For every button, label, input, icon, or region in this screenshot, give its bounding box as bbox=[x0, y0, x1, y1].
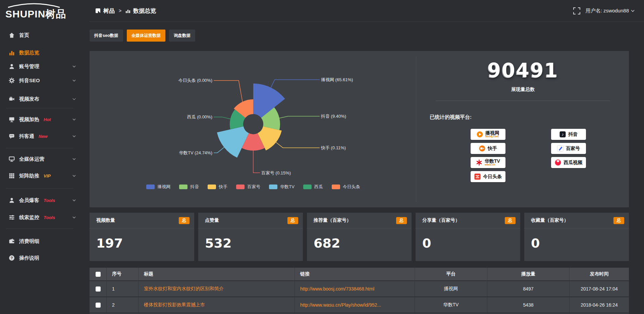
sidebar-item-omnimedia[interactable]: 全媒体运营 bbox=[0, 153, 85, 165]
pie-label: 百家号 (0.15%) bbox=[261, 170, 291, 175]
stat-card-value: 0 bbox=[416, 228, 520, 251]
chevron-down-icon bbox=[72, 158, 76, 160]
legend-label: 今日头条 bbox=[343, 184, 360, 190]
legend-item-抖音[interactable]: 抖音 bbox=[179, 184, 199, 190]
chevron-down-icon bbox=[72, 98, 76, 100]
new-badge: New bbox=[39, 134, 48, 139]
sidebar-item-label: 视频发布 bbox=[19, 96, 39, 102]
platform-badge-今日头条: 今日头条 bbox=[471, 171, 505, 182]
total-badge: 总 bbox=[505, 217, 516, 224]
platform-badge-抖音: ♪抖音 bbox=[551, 129, 586, 140]
sidebar-item-douyin-seo[interactable]: 抖音SEO bbox=[0, 74, 85, 87]
breadcrumb-root[interactable]: 树品 bbox=[103, 7, 115, 15]
chevron-down-icon bbox=[72, 80, 76, 82]
app-logo: SHUPIN树品 bbox=[5, 3, 89, 20]
sidebar-item-instructions[interactable]: ? 操作说明 bbox=[0, 252, 85, 264]
sidebar-item-matrix-boost[interactable]: 矩阵助推 VIP bbox=[0, 170, 85, 182]
username-label: 用户名: zswodun88 bbox=[586, 8, 629, 14]
video-title-link[interactable]: 楼体投影灯投影效果震撼上市 bbox=[144, 302, 205, 308]
table-cell-time: 2017-08-24 17:04 bbox=[570, 281, 629, 297]
platform-name: 今日头条 bbox=[483, 174, 502, 179]
sidebar-item-label: 数据总览 bbox=[19, 50, 39, 56]
logo-text-cn: 树品 bbox=[45, 8, 66, 19]
bar-chart-icon bbox=[125, 8, 130, 13]
sidebar-item-member-baoke[interactable]: 会员爆客 Tools bbox=[0, 194, 85, 206]
chevron-down-icon bbox=[72, 199, 76, 202]
stat-card-shares: 分享量（百家号）总 0 bbox=[416, 213, 520, 261]
chevron-down-icon bbox=[72, 216, 76, 219]
summary-divider bbox=[436, 101, 610, 101]
pie-label: 今日头条 (0.00%) bbox=[178, 78, 212, 83]
pie-label-line bbox=[276, 142, 320, 148]
row-checkbox[interactable] bbox=[96, 303, 101, 308]
video-url-link[interactable]: http://www.boosj.com/7338468.html bbox=[300, 286, 374, 292]
video-title-link[interactable]: 室外水纹灯和室内水纹灯的区别和简介 bbox=[144, 286, 224, 292]
platform-logo-icon bbox=[476, 159, 482, 166]
sidebar-item-label: 全媒体运营 bbox=[19, 156, 44, 162]
logo-text-en: SHUPIN bbox=[5, 8, 45, 19]
pie-label: 快手 (0.11%) bbox=[321, 145, 346, 150]
fullscreen-icon[interactable] bbox=[573, 7, 580, 14]
legend-item-西瓜[interactable]: 西瓜 bbox=[303, 184, 323, 190]
legend-label: 快手 bbox=[219, 184, 227, 190]
legend-item-华数TV[interactable]: 华数TV bbox=[269, 184, 294, 190]
username-menu[interactable]: 用户名: zswodun88 bbox=[586, 8, 635, 14]
table-cell-time: 2018-04-26 16:24 bbox=[570, 297, 629, 313]
legend-item-今日头条[interactable]: 今日头条 bbox=[332, 184, 360, 190]
sidebar-divider bbox=[6, 188, 73, 189]
table-cell-link: http://www.wasu.cn/Play/show/id/952... bbox=[295, 297, 415, 313]
sidebar-item-lead-monitor[interactable]: 线索监控 Tools bbox=[0, 211, 85, 223]
table-cell-link: http://www.boosj.com/7338468.html bbox=[295, 281, 415, 297]
table-cell-title: 楼体投影灯投影效果震撼上市 bbox=[139, 297, 295, 313]
chevron-down-icon bbox=[72, 65, 76, 68]
legend-item-百家号[interactable]: 百家号 bbox=[236, 184, 260, 190]
sidebar-item-spending-details[interactable]: 消费明细 bbox=[0, 235, 85, 247]
chevron-down-icon bbox=[72, 135, 76, 138]
video-url-link[interactable]: http://www.wasu.cn/Play/show/id/952... bbox=[300, 302, 381, 308]
stat-card-value: 0 bbox=[524, 228, 629, 251]
stat-card-video-count: 视频数量总 197 bbox=[90, 213, 194, 261]
legend-label: 华数TV bbox=[280, 184, 294, 190]
table-row[interactable]: 1室外水纹灯和室内水纹灯的区别和简介http://www.boosj.com/7… bbox=[90, 281, 629, 297]
stat-card-label: 分享量（百家号） bbox=[422, 217, 460, 223]
platform-sub: boosj.com bbox=[485, 135, 499, 138]
platform-badge-百家号: 百家号 bbox=[551, 143, 586, 154]
chevron-down-icon bbox=[72, 118, 76, 121]
legend-chip bbox=[146, 185, 155, 189]
pie-label-line bbox=[214, 117, 230, 119]
legend-label: 抖音 bbox=[190, 184, 199, 190]
pie-slice-华数TV[interactable] bbox=[217, 126, 249, 158]
sidebar-item-home[interactable]: 首页 bbox=[0, 29, 85, 41]
tab-douyin-seo-data[interactable]: 抖音seo数据 bbox=[90, 30, 123, 42]
row-checkbox[interactable] bbox=[96, 272, 101, 277]
platform-badge-西瓜视频: 西瓜视频 bbox=[551, 157, 586, 168]
legend-chip bbox=[303, 185, 312, 189]
platform-logo-icon bbox=[479, 145, 485, 152]
sidebar: 首页 数据总览 账号管理 抖音SEO 视频发布 视频加热 Hot bbox=[0, 21, 85, 314]
platform-name: 播视网 bbox=[485, 130, 499, 136]
sidebar-item-doukertong[interactable]: 抖客通 New bbox=[0, 130, 85, 142]
tab-inquiry-data[interactable]: 询盘数据 bbox=[169, 30, 195, 42]
sidebar-item-video-heating[interactable]: 视频加热 Hot bbox=[0, 113, 85, 125]
total-badge: 总 bbox=[287, 217, 298, 224]
sidebar-item-account[interactable]: 账号管理 bbox=[0, 60, 85, 72]
table-row[interactable]: 2楼体投影灯投影效果震撼上市http://www.wasu.cn/Play/sh… bbox=[90, 297, 629, 313]
svg-text:♪: ♪ bbox=[561, 132, 564, 137]
header-right: 用户名: zswodun88 bbox=[573, 0, 635, 21]
gear-icon bbox=[9, 77, 15, 84]
table-cell-index: 1 bbox=[107, 281, 139, 297]
platform-badges-column-right: ♪抖音百家号西瓜视频 bbox=[551, 129, 586, 168]
pie-label-line bbox=[214, 81, 243, 102]
pie-label: 抖音 (9.40%) bbox=[321, 114, 346, 119]
platform-badges-column-left: 播视网boosj.com快手华数TVwasu.cn今日头条 bbox=[471, 129, 505, 182]
table-header-cell: 链接 bbox=[295, 268, 415, 280]
sidebar-item-data-overview[interactable]: 数据总览 bbox=[0, 47, 85, 59]
sidebar-divider bbox=[6, 228, 73, 229]
tab-omnimedia-data[interactable]: 全媒体运营数据 bbox=[127, 30, 166, 42]
legend-item-快手[interactable]: 快手 bbox=[208, 184, 227, 190]
legend-item-播视网[interactable]: 播视网 bbox=[146, 184, 170, 190]
sidebar-item-video-publish[interactable]: 视频发布 bbox=[0, 93, 85, 105]
table-cell-title: 室外水纹灯和室内水纹灯的区别和简介 bbox=[139, 281, 295, 297]
row-checkbox[interactable] bbox=[96, 286, 101, 292]
stat-card-recommendations: 推荐量（百家号）总 682 bbox=[307, 213, 412, 261]
